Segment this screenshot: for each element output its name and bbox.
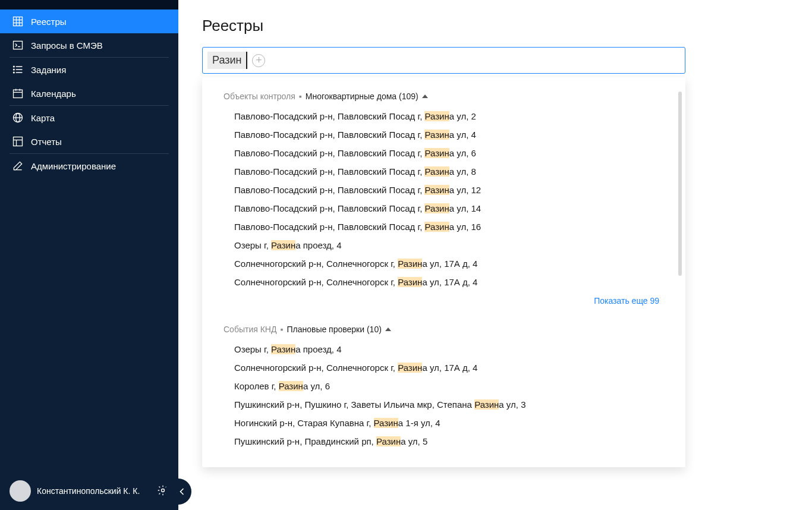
search-chip[interactable]: Разин xyxy=(207,52,247,69)
svg-rect-13 xyxy=(14,90,23,97)
result-item[interactable]: Павлово-Посадский р-н, Павловский Посад … xyxy=(234,162,659,181)
terminal-icon xyxy=(12,39,24,51)
main-content: Реестры Разин + Объекты контроля ▪ Много… xyxy=(178,0,812,510)
svg-point-12 xyxy=(14,72,15,73)
top-bar xyxy=(0,0,178,10)
result-item[interactable]: Павлово-Посадский р-н, Павловский Посад … xyxy=(234,144,659,162)
result-item[interactable]: Озеры г, Разина проезд, 4 xyxy=(234,340,659,358)
nav-label: Запросы в СМЭВ xyxy=(31,40,103,51)
svg-point-24 xyxy=(162,489,165,492)
nav-item-tasks[interactable]: Задания xyxy=(0,58,178,81)
nav-group-secondary: Задания Календарь xyxy=(0,58,178,105)
result-item[interactable]: Солнечногорский р-н, Солнечногорск г, Ра… xyxy=(234,358,659,377)
page-title: Реестры xyxy=(202,17,788,35)
search-input[interactable]: Разин + xyxy=(202,47,685,74)
nav-item-admin[interactable]: Администрирование xyxy=(0,154,178,178)
scroll-thumb[interactable] xyxy=(678,92,682,276)
username: Константинопольский К. К. xyxy=(37,486,151,496)
globe-icon xyxy=(12,112,24,124)
sidebar: Реестры Запросы в СМЭВ Задания Календарь xyxy=(0,0,178,510)
result-item[interactable]: Ногинский р-н, Старая Купавна г, Разина … xyxy=(234,414,659,432)
report-icon xyxy=(12,136,24,147)
result-item[interactable]: Павлово-Посадский р-н, Павловский Посад … xyxy=(234,181,659,199)
result-item[interactable]: Пушкинский р-н, Пушкино г, Заветы Ильича… xyxy=(234,395,659,414)
result-list: Озеры г, Разина проезд, 4Солнечногорский… xyxy=(202,340,685,451)
scrollbar[interactable] xyxy=(678,92,682,288)
add-chip-button[interactable]: + xyxy=(252,54,265,67)
calendar-icon xyxy=(12,87,24,99)
grid-icon xyxy=(12,15,24,27)
show-more-link[interactable]: Показать еще 99 xyxy=(594,296,659,306)
svg-point-11 xyxy=(14,69,15,70)
result-item[interactable]: Королев г, Разина ул, 6 xyxy=(234,377,659,395)
result-list: Павлово-Посадский р-н, Павловский Посад … xyxy=(202,107,685,291)
nav-label: Реестры xyxy=(31,17,67,27)
group-title: Плановые проверки (10) xyxy=(287,325,381,334)
nav-item-smev[interactable]: Запросы в СМЭВ xyxy=(0,33,178,57)
group-prefix: Объекты контроля xyxy=(224,92,295,101)
result-item[interactable]: Павлово-Посадский р-н, Павловский Посад … xyxy=(234,125,659,144)
nav-label: Карта xyxy=(31,113,55,123)
caret-up-icon xyxy=(385,326,391,332)
result-item[interactable]: Павлово-Посадский р-н, Павловский Посад … xyxy=(234,218,659,236)
svg-rect-5 xyxy=(14,41,23,49)
group-title: Многоквартирные дома (109) xyxy=(306,92,418,101)
nav-group-admin: Администрирование xyxy=(0,154,178,178)
results-group-header[interactable]: События КНД ▪ Плановые проверки (10) xyxy=(202,325,685,340)
result-item[interactable]: Солнечногорский р-н, Солнечногорск г, Ра… xyxy=(234,254,659,273)
nav-item-registries[interactable]: Реестры xyxy=(0,10,178,33)
results-group-header[interactable]: Объекты контроля ▪ Многоквартирные дома … xyxy=(202,92,685,107)
svg-rect-20 xyxy=(14,137,23,146)
nav-label: Администрирование xyxy=(31,161,116,171)
search-results-dropdown: Объекты контроля ▪ Многоквартирные дома … xyxy=(202,77,685,467)
svg-marker-26 xyxy=(385,328,391,331)
result-item[interactable]: Павлово-Посадский р-н, Павловский Посад … xyxy=(234,107,659,125)
nav-group-primary: Реестры Запросы в СМЭВ xyxy=(0,10,178,57)
sidebar-bottom: Константинопольский К. К. xyxy=(0,473,178,510)
result-item[interactable]: Солнечногорский р-н, Солнечногорск г, Ра… xyxy=(234,273,659,291)
list-icon xyxy=(12,64,24,75)
svg-point-10 xyxy=(14,66,15,67)
result-item[interactable]: Пушкинский р-н, Правдинский рп, Разина у… xyxy=(234,432,659,451)
nav-group-tertiary: Карта Отчеты xyxy=(0,106,178,153)
nav-item-calendar[interactable]: Календарь xyxy=(0,81,178,105)
nav-label: Отчеты xyxy=(31,137,62,147)
collapse-sidebar-button[interactable] xyxy=(165,478,191,505)
result-item[interactable]: Павлово-Посадский р-н, Павловский Посад … xyxy=(234,199,659,218)
nav-label: Календарь xyxy=(31,89,76,99)
svg-marker-25 xyxy=(422,95,428,98)
result-item[interactable]: Озеры г, Разина проезд, 4 xyxy=(234,236,659,254)
nav-item-map[interactable]: Карта xyxy=(0,106,178,130)
svg-rect-0 xyxy=(14,17,23,26)
nav-label: Задания xyxy=(31,65,66,75)
caret-up-icon xyxy=(422,93,428,99)
show-more: Показать еще 99 xyxy=(202,291,685,317)
group-prefix: События КНД xyxy=(224,325,276,334)
pencil-icon xyxy=(12,160,24,172)
avatar[interactable] xyxy=(10,480,31,502)
nav-item-reports[interactable]: Отчеты xyxy=(0,130,178,153)
